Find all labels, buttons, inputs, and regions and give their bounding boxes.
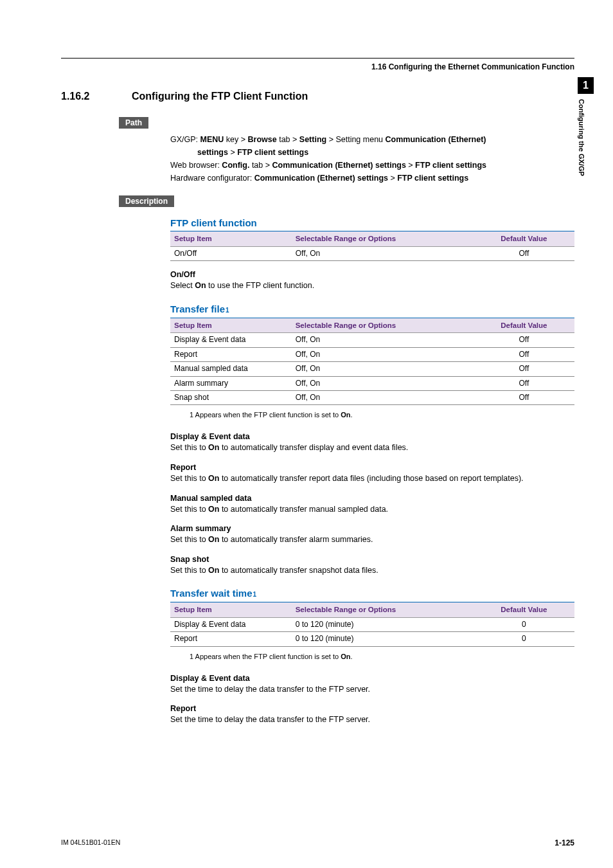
- cell: 0: [474, 632, 574, 646]
- chapter-number-box: 1: [578, 77, 594, 94]
- cell: Off: [474, 390, 574, 404]
- bold: On: [341, 411, 350, 419]
- cell: Off, On: [292, 347, 474, 361]
- tf-sub-text: Set this to On to automatically transfer…: [170, 473, 574, 485]
- text: Set this to: [170, 443, 208, 452]
- heading-text: Transfer file: [170, 302, 225, 316]
- tf-sub-head: Snap shot: [170, 554, 574, 565]
- top-rule: [61, 58, 574, 59]
- cell: Alarm summary: [170, 376, 292, 390]
- table-row: On/Off Off, On Off: [170, 246, 574, 260]
- cell: Off, On: [292, 333, 474, 347]
- cell: Display & Event data: [170, 617, 292, 631]
- col-default: Default Value: [474, 602, 574, 617]
- text: 1 Appears when the FTP client function i…: [190, 411, 341, 419]
- bold: On: [208, 535, 219, 544]
- cell: Report: [170, 632, 292, 646]
- description-body: FTP client function Setup Item Selectabl…: [170, 216, 574, 726]
- transfer-wait-time-table: Setup Item Selectable Range or Options D…: [170, 602, 574, 646]
- text: to use the FTP client function.: [206, 281, 315, 290]
- footer-right: 1-125: [555, 838, 574, 847]
- onoff-head: On/Off: [170, 269, 574, 280]
- text: to automatically transfer snapshot data …: [219, 566, 378, 575]
- cell: Snap shot: [170, 390, 292, 404]
- path-label: Path: [119, 117, 148, 129]
- cell: Off, On: [292, 246, 474, 260]
- tf-sub-text: Set this to On to automatically transfer…: [170, 504, 574, 516]
- col-setup-item: Setup Item: [170, 318, 292, 333]
- table-row: ReportOff, OnOff: [170, 347, 574, 361]
- text: > Setting menu: [326, 135, 385, 144]
- col-options: Selectable Range or Options: [292, 602, 474, 617]
- path-line-1: GX/GP: MENU key > Browse tab > Setting >…: [170, 134, 574, 145]
- tf-sub-text: Set this to On to automatically transfer…: [170, 534, 574, 546]
- cell: Off, On: [292, 390, 474, 404]
- col-options: Selectable Range or Options: [292, 318, 474, 333]
- section-number: 1.16.2: [61, 91, 132, 102]
- text: .: [351, 653, 353, 660]
- bold: On: [208, 505, 219, 514]
- table-row: Alarm summaryOff, OnOff: [170, 376, 574, 390]
- onoff-text: Select On to use the FTP client function…: [170, 280, 574, 292]
- text: Set this to: [170, 505, 208, 514]
- text: Web browser:: [170, 161, 222, 170]
- table-row: Manual sampled dataOff, OnOff: [170, 362, 574, 376]
- cell: Off, On: [292, 376, 474, 390]
- transfer-file-heading: Transfer file1: [170, 302, 574, 318]
- cell: 0 to 120 (minute): [292, 617, 474, 631]
- cell: Off: [474, 362, 574, 376]
- bold: On: [208, 474, 219, 483]
- text: tab >: [249, 161, 272, 170]
- text: to automatically transfer display and ev…: [219, 443, 408, 452]
- content-block: Path GX/GP: MENU key > Browse tab > Sett…: [119, 116, 574, 726]
- text: to automatically transfer alarm summarie…: [219, 535, 373, 544]
- footer: IM 04L51B01-01EN 1-125: [61, 838, 574, 847]
- path-line-4: Hardware configurator: Communication (Et…: [170, 172, 574, 184]
- col-default: Default Value: [474, 318, 574, 333]
- cell: 0 to 120 (minute): [292, 632, 474, 646]
- settings: settings: [197, 148, 228, 157]
- bold: On: [208, 443, 219, 452]
- cell: On/Off: [170, 246, 292, 260]
- text: .: [351, 411, 353, 419]
- browse-tab: Browse: [248, 135, 277, 144]
- comm-ethernet: Communication (Ethernet): [386, 135, 486, 144]
- text: Set this to: [170, 566, 208, 575]
- path-line-2: settings > FTP client settings: [170, 147, 574, 158]
- tf-sub-text: Set this to On to automatically transfer…: [170, 442, 574, 454]
- tf-sub-head: Alarm summary: [170, 523, 574, 534]
- page: 1.16 Configuring the Ethernet Communicat…: [0, 0, 613, 868]
- col-setup-item: Setup Item: [170, 602, 292, 617]
- ftp-table: Setup Item Selectable Range or Options D…: [170, 231, 574, 261]
- table-row: Report0 to 120 (minute)0: [170, 632, 574, 646]
- menu-key: MENU: [200, 135, 224, 144]
- footnote: 1 Appears when the FTP client function i…: [170, 649, 574, 665]
- twt-sub-text: Set the time to delay the data transfer …: [170, 684, 574, 696]
- text: GX/GP:: [170, 135, 200, 144]
- text: tab >: [277, 135, 299, 144]
- twt-sub-head: Report: [170, 703, 574, 714]
- bold: On: [208, 566, 219, 575]
- footer-left: IM 04L51B01-01EN: [61, 838, 120, 847]
- ftp-client-settings: FTP client settings: [415, 161, 486, 170]
- description-label: Description: [119, 195, 174, 207]
- ftp-client-settings: FTP client settings: [237, 148, 308, 157]
- ftp-client-function-heading: FTP client function: [170, 216, 574, 232]
- bold: On: [195, 281, 206, 290]
- config-tab: Config.: [222, 161, 249, 170]
- text: Hardware configurator:: [170, 174, 254, 183]
- cell: Manual sampled data: [170, 362, 292, 376]
- cell: 0: [474, 617, 574, 631]
- cell: Off: [474, 376, 574, 390]
- footnote: 1 Appears when the FTP client function i…: [170, 408, 574, 423]
- transfer-wait-time-heading: Transfer wait time1: [170, 586, 574, 602]
- twt-sub-text: Set the time to delay the data transfer …: [170, 714, 574, 726]
- col-setup-item: Setup Item: [170, 231, 292, 246]
- text: key >: [224, 135, 247, 144]
- cell: Off, On: [292, 362, 474, 376]
- text: to automatically transfer manual sampled…: [219, 505, 388, 514]
- bold: On: [341, 653, 350, 660]
- col-options: Selectable Range or Options: [292, 231, 474, 246]
- text: 1 Appears when the FTP client function i…: [190, 653, 341, 660]
- section-heading-row: 1.16.2 Configuring the FTP Client Functi…: [61, 91, 574, 102]
